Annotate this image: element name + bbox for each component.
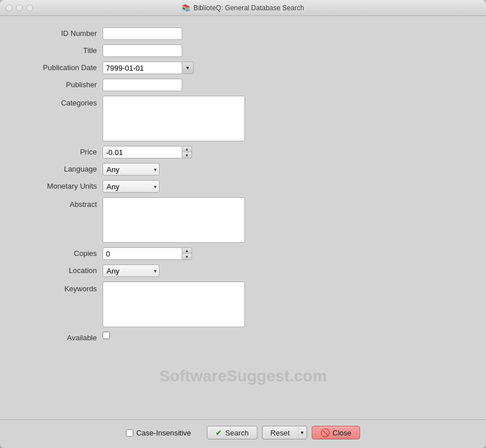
publication-date-row: Publication Date 7999-01-01 ▾ — [23, 62, 463, 74]
date-combo: 7999-01-01 ▾ — [103, 62, 194, 74]
publisher-input[interactable] — [103, 79, 182, 91]
available-row: Available — [23, 332, 463, 342]
location-select-wrap: Any Branch 1 Branch 2 — [103, 264, 160, 277]
copies-increment-button[interactable]: ▲ — [182, 248, 191, 254]
id-number-label: ID Number — [23, 27, 103, 38]
publisher-row: Publisher — [23, 79, 463, 91]
reset-button[interactable]: Reset — [262, 426, 298, 439]
search-button[interactable]: ✔ Search — [207, 426, 257, 439]
location-label: Location — [23, 264, 103, 275]
title-label: Title — [23, 44, 103, 55]
title-row: Title — [23, 44, 463, 57]
title-input[interactable] — [103, 44, 182, 57]
price-decrement-button[interactable]: ▼ — [182, 152, 191, 158]
publication-date-control: 7999-01-01 ▾ — [103, 62, 463, 74]
monetary-units-label: Monetary Units — [23, 180, 103, 190]
abstract-label: Abstract — [23, 197, 103, 209]
available-label: Available — [23, 332, 103, 342]
window-title: 📚 BiblioteQ: General Database Search — [182, 4, 304, 12]
copies-control: 0 ▲ ▼ — [103, 247, 463, 260]
available-checkbox[interactable] — [103, 332, 110, 339]
language-select[interactable]: Any English Spanish French — [103, 163, 160, 176]
language-control: Any English Spanish French — [103, 163, 463, 176]
watermark: SoftwareSuggest.com — [0, 367, 486, 385]
keywords-textarea[interactable] — [103, 282, 245, 327]
price-spinner: -0.01 ▲ ▼ — [103, 146, 192, 158]
categories-label: Categories — [23, 96, 103, 107]
maximize-traffic-light[interactable] — [26, 5, 33, 11]
no-entry-icon: 🚫 — [320, 428, 330, 437]
language-label: Language — [23, 163, 103, 173]
id-number-control — [103, 27, 463, 40]
price-input[interactable]: -0.01 — [103, 146, 182, 158]
language-select-wrap: Any English Spanish French — [103, 163, 160, 176]
close-traffic-light[interactable] — [6, 5, 13, 11]
footer: Case-Insensitive ✔ Search Reset ▾ 🚫 Clos… — [0, 420, 486, 448]
copies-decrement-button[interactable]: ▼ — [182, 254, 191, 259]
search-label: Search — [225, 429, 248, 437]
copies-spinner: 0 ▲ ▼ — [103, 247, 192, 260]
form-content: ID Number Title Publication Date 7999-01… — [0, 16, 486, 355]
title-icon: 📚 — [182, 4, 190, 12]
categories-textarea[interactable] — [103, 96, 245, 141]
price-spinner-buttons: ▲ ▼ — [182, 146, 192, 158]
id-number-input[interactable] — [103, 27, 182, 40]
price-row: Price -0.01 ▲ ▼ — [23, 146, 463, 158]
checkmark-icon: ✔ — [215, 428, 222, 437]
monetary-units-select[interactable]: Any USD EUR GBP — [103, 180, 160, 193]
reset-label: Reset — [271, 429, 290, 437]
available-control — [103, 332, 463, 339]
keywords-label: Keywords — [23, 282, 103, 293]
date-dropdown-button[interactable]: ▾ — [182, 62, 194, 74]
location-row: Location Any Branch 1 Branch 2 — [23, 264, 463, 277]
title-control — [103, 44, 463, 57]
content-wrapper: ID Number Title Publication Date 7999-01… — [0, 16, 486, 420]
title-bar: 📚 BiblioteQ: General Database Search — [0, 0, 486, 16]
language-row: Language Any English Spanish French — [23, 163, 463, 176]
price-control: -0.01 ▲ ▼ — [103, 146, 463, 158]
price-label: Price — [23, 146, 103, 156]
publication-date-input[interactable]: 7999-01-01 — [103, 62, 182, 74]
copies-row: Copies 0 ▲ ▼ — [23, 247, 463, 260]
reset-button-wrap: Reset ▾ — [262, 426, 307, 439]
abstract-textarea[interactable] — [103, 197, 245, 243]
main-window: 📚 BiblioteQ: General Database Search ID … — [0, 0, 486, 448]
close-label: Close — [333, 429, 352, 437]
price-increment-button[interactable]: ▲ — [182, 146, 191, 152]
location-select[interactable]: Any Branch 1 Branch 2 — [103, 264, 160, 277]
categories-control — [103, 96, 463, 141]
traffic-lights — [6, 5, 33, 11]
footer-left: Case-Insensitive — [126, 429, 191, 437]
monetary-units-select-wrap: Any USD EUR GBP — [103, 180, 160, 193]
id-number-row: ID Number — [23, 27, 463, 40]
copies-spinner-buttons: ▲ ▼ — [182, 247, 192, 260]
minimize-traffic-light[interactable] — [16, 5, 23, 11]
publisher-label: Publisher — [23, 79, 103, 89]
keywords-row: Keywords — [23, 282, 463, 327]
case-insensitive-checkbox[interactable] — [126, 429, 133, 437]
publication-date-label: Publication Date — [23, 62, 103, 72]
location-control: Any Branch 1 Branch 2 — [103, 264, 463, 277]
copies-input[interactable]: 0 — [103, 247, 182, 260]
monetary-units-control: Any USD EUR GBP — [103, 180, 463, 193]
case-insensitive-label: Case-Insensitive — [136, 429, 191, 437]
keywords-control — [103, 282, 463, 327]
abstract-control — [103, 197, 463, 243]
abstract-row: Abstract — [23, 197, 463, 243]
close-button[interactable]: 🚫 Close — [312, 426, 360, 439]
monetary-units-row: Monetary Units Any USD EUR GBP — [23, 180, 463, 193]
reset-dropdown-button[interactable]: ▾ — [298, 426, 307, 439]
publisher-control — [103, 79, 463, 91]
categories-row: Categories — [23, 96, 463, 141]
copies-label: Copies — [23, 247, 103, 258]
